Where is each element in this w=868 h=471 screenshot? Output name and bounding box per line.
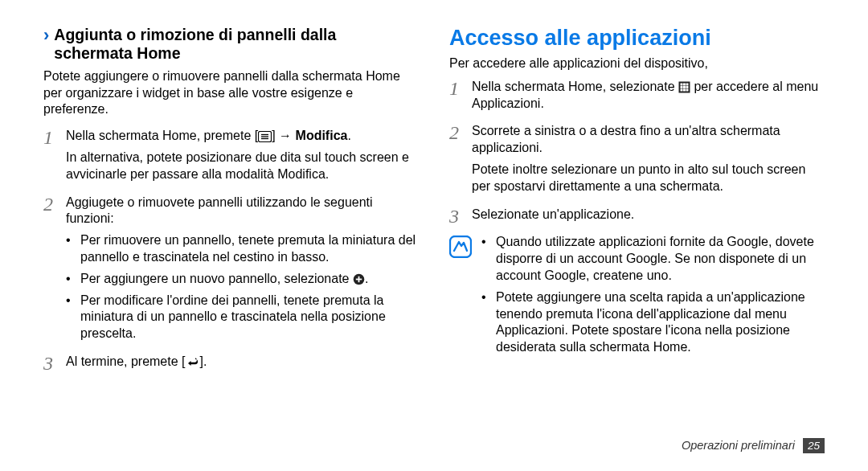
step2-bullet-1: • Per rimuovere un pannello, tenete prem… bbox=[66, 232, 419, 266]
back-button-icon bbox=[186, 358, 200, 368]
left-column: › Aggiunta o rimozione di pannelli dalla… bbox=[43, 26, 419, 382]
svg-rect-13 bbox=[686, 86, 689, 88]
svg-rect-9 bbox=[683, 83, 686, 85]
step-number: 1 bbox=[449, 79, 464, 117]
step2-bullet-2: • Per aggiungere un nuovo pannello, sele… bbox=[66, 271, 419, 288]
note-bullet-2: • Potete aggiungere una scelta rapida a … bbox=[481, 289, 825, 356]
step2-bullet-3: • Per modificare l'ordine dei pannelli, … bbox=[66, 293, 419, 342]
right-column: Accesso alle applicazioni Per accedere a… bbox=[449, 26, 825, 382]
left-step-1: 1 Nella schermata Home, premete [] → Mod… bbox=[43, 128, 419, 187]
footer-page-number: 25 bbox=[803, 438, 825, 453]
bullet-dot: • bbox=[481, 234, 489, 284]
note-body: • Quando utilizzate applicazioni fornite… bbox=[481, 234, 825, 361]
menu-button-icon bbox=[258, 131, 272, 142]
svg-rect-15 bbox=[683, 88, 686, 91]
step1-line1: Nella schermata Home, premete [] → Modif… bbox=[66, 128, 419, 145]
page-footer: Operazioni preliminari 25 bbox=[682, 438, 825, 453]
step2-line1: Aggiugete o rimuovete pannelli utilizzan… bbox=[66, 195, 419, 228]
chevron-icon: › bbox=[43, 26, 49, 44]
left-intro: Potete aggiungere o rimuovere pannelli d… bbox=[43, 68, 419, 118]
bullet-dot: • bbox=[66, 232, 74, 266]
svg-rect-16 bbox=[686, 88, 689, 91]
svg-rect-10 bbox=[686, 83, 689, 85]
right-heading: Accesso alle applicazioni bbox=[449, 26, 825, 51]
right-step-2: 2 Scorrete a sinistra o a destra fino a … bbox=[449, 123, 825, 199]
bullet-dot: • bbox=[481, 289, 489, 356]
bullet-dot: • bbox=[66, 271, 74, 288]
footer-section-label: Operazioni preliminari bbox=[682, 439, 795, 452]
left-step-3: 3 Al termine, premete []. bbox=[43, 354, 419, 375]
right-intro: Per accedere alle applicazioni del dispo… bbox=[449, 55, 825, 72]
left-step-2: 2 Aggiugete o rimuovete pannelli utilizz… bbox=[43, 195, 419, 347]
apps-grid-icon bbox=[678, 81, 690, 93]
bullet-dot: • bbox=[66, 293, 74, 342]
step-number: 1 bbox=[43, 128, 58, 187]
step3-line1: Al termine, premete []. bbox=[66, 354, 207, 371]
svg-rect-11 bbox=[681, 86, 683, 88]
step-number: 3 bbox=[449, 207, 464, 228]
note-block: • Quando utilizzate applicazioni fornite… bbox=[449, 234, 825, 361]
note-bullet-1: • Quando utilizzate applicazioni fornite… bbox=[481, 234, 825, 284]
step-number: 2 bbox=[43, 195, 58, 347]
step-number: 2 bbox=[449, 123, 464, 199]
svg-rect-12 bbox=[683, 86, 686, 88]
step1-line2: In alternativa, potete posizionare due d… bbox=[66, 149, 419, 183]
right-step-1: 1 Nella schermata Home, selezionate per … bbox=[449, 79, 825, 117]
left-subheading: › Aggiunta o rimozione di pannelli dalla… bbox=[43, 26, 419, 63]
svg-rect-17 bbox=[450, 236, 471, 257]
note-icon bbox=[449, 236, 472, 258]
right-step-3: 3 Selezionate un'applicazione. bbox=[449, 207, 825, 228]
step-number: 3 bbox=[43, 354, 58, 375]
svg-rect-14 bbox=[681, 88, 683, 91]
svg-rect-8 bbox=[681, 83, 683, 85]
plus-circle-icon bbox=[353, 273, 365, 285]
left-heading-text: Aggiunta o rimozione di pannelli dalla s… bbox=[54, 26, 419, 63]
page-columns: › Aggiunta o rimozione di pannelli dalla… bbox=[43, 26, 825, 382]
